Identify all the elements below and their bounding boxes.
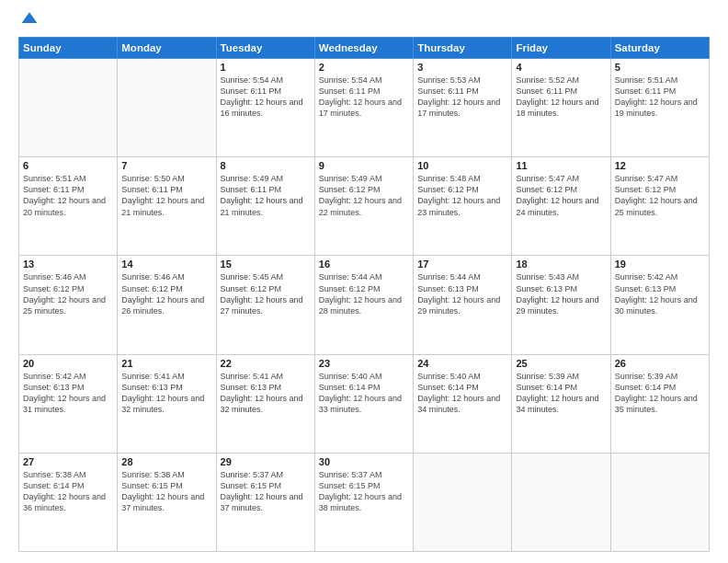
calendar-week-row: 27Sunrise: 5:38 AMSunset: 6:14 PMDayligh… [19,453,710,551]
calendar-cell: 12Sunrise: 5:47 AMSunset: 6:12 PMDayligh… [610,157,709,256]
day-info: Sunrise: 5:41 AMSunset: 6:13 PMDaylight:… [221,371,311,416]
day-of-week-header: Wednesday [314,38,413,59]
day-number: 19 [615,259,705,270]
day-number: 3 [417,62,507,73]
day-number: 30 [319,456,409,467]
day-info: Sunrise: 5:42 AMSunset: 6:13 PMDaylight:… [23,371,113,416]
day-number: 2 [319,62,409,73]
day-info: Sunrise: 5:48 AMSunset: 6:12 PMDaylight:… [417,173,507,218]
calendar-cell: 30Sunrise: 5:37 AMSunset: 6:15 PMDayligh… [314,453,413,551]
day-info: Sunrise: 5:40 AMSunset: 6:14 PMDaylight:… [319,371,409,416]
day-number: 25 [516,358,606,369]
day-number: 12 [615,160,705,171]
calendar-cell: 3Sunrise: 5:53 AMSunset: 6:11 PMDaylight… [414,59,512,157]
day-number: 29 [221,456,311,467]
day-info: Sunrise: 5:54 AMSunset: 6:11 PMDaylight:… [221,75,311,120]
calendar-cell: 17Sunrise: 5:44 AMSunset: 6:13 PMDayligh… [414,256,512,354]
calendar-week-row: 6Sunrise: 5:51 AMSunset: 6:11 PMDaylight… [19,157,710,256]
day-info: Sunrise: 5:40 AMSunset: 6:14 PMDaylight:… [417,371,507,416]
header [18,15,710,28]
calendar-table: SundayMondayTuesdayWednesdayThursdayFrid… [18,37,710,552]
calendar-cell: 25Sunrise: 5:39 AMSunset: 6:14 PMDayligh… [512,354,610,453]
day-of-week-header: Monday [118,38,216,59]
day-number: 4 [516,62,606,73]
day-info: Sunrise: 5:44 AMSunset: 6:13 PMDaylight:… [417,271,507,316]
svg-marker-0 [22,12,38,23]
calendar-cell: 21Sunrise: 5:41 AMSunset: 6:13 PMDayligh… [118,354,216,453]
calendar-cell: 29Sunrise: 5:37 AMSunset: 6:15 PMDayligh… [216,453,314,551]
calendar-cell: 14Sunrise: 5:46 AMSunset: 6:12 PMDayligh… [118,256,216,354]
day-of-week-header: Saturday [610,38,709,59]
day-info: Sunrise: 5:39 AMSunset: 6:14 PMDaylight:… [516,371,606,416]
day-info: Sunrise: 5:46 AMSunset: 6:12 PMDaylight:… [23,271,113,316]
calendar-cell: 24Sunrise: 5:40 AMSunset: 6:14 PMDayligh… [414,354,512,453]
day-info: Sunrise: 5:44 AMSunset: 6:12 PMDaylight:… [319,271,409,316]
calendar-cell: 23Sunrise: 5:40 AMSunset: 6:14 PMDayligh… [314,354,413,453]
calendar-cell: 8Sunrise: 5:49 AMSunset: 6:11 PMDaylight… [216,157,314,256]
page: SundayMondayTuesdayWednesdayThursdayFrid… [0,0,728,563]
calendar-week-row: 13Sunrise: 5:46 AMSunset: 6:12 PMDayligh… [19,256,710,354]
day-info: Sunrise: 5:51 AMSunset: 6:11 PMDaylight:… [615,75,705,120]
calendar-cell: 26Sunrise: 5:39 AMSunset: 6:14 PMDayligh… [610,354,709,453]
day-number: 10 [417,160,507,171]
day-of-week-header: Friday [512,38,610,59]
day-info: Sunrise: 5:38 AMSunset: 6:14 PMDaylight:… [23,469,113,514]
day-number: 11 [516,160,606,171]
day-number: 1 [221,62,311,73]
day-info: Sunrise: 5:39 AMSunset: 6:14 PMDaylight:… [615,371,705,416]
day-number: 8 [221,160,311,171]
day-number: 24 [417,358,507,369]
calendar-cell: 28Sunrise: 5:38 AMSunset: 6:15 PMDayligh… [118,453,216,551]
day-number: 17 [417,259,507,270]
logo [18,15,39,28]
calendar-cell [414,453,512,551]
day-of-week-header: Tuesday [216,38,314,59]
day-info: Sunrise: 5:49 AMSunset: 6:12 PMDaylight:… [319,173,409,218]
calendar-week-row: 1Sunrise: 5:54 AMSunset: 6:11 PMDaylight… [19,59,710,157]
calendar-cell: 15Sunrise: 5:45 AMSunset: 6:12 PMDayligh… [216,256,314,354]
calendar-cell: 20Sunrise: 5:42 AMSunset: 6:13 PMDayligh… [19,354,118,453]
day-info: Sunrise: 5:53 AMSunset: 6:11 PMDaylight:… [417,75,507,120]
day-info: Sunrise: 5:50 AMSunset: 6:11 PMDaylight:… [121,173,211,218]
day-info: Sunrise: 5:45 AMSunset: 6:12 PMDaylight:… [221,271,311,316]
calendar-cell [610,453,709,551]
calendar-header-row: SundayMondayTuesdayWednesdayThursdayFrid… [19,38,710,59]
calendar-week-row: 20Sunrise: 5:42 AMSunset: 6:13 PMDayligh… [19,354,710,453]
day-number: 14 [121,259,211,270]
calendar-cell: 2Sunrise: 5:54 AMSunset: 6:11 PMDaylight… [314,59,413,157]
day-info: Sunrise: 5:54 AMSunset: 6:11 PMDaylight:… [319,75,409,120]
day-info: Sunrise: 5:43 AMSunset: 6:13 PMDaylight:… [516,271,606,316]
day-info: Sunrise: 5:42 AMSunset: 6:13 PMDaylight:… [615,271,705,316]
calendar-cell: 11Sunrise: 5:47 AMSunset: 6:12 PMDayligh… [512,157,610,256]
calendar-cell [19,59,118,157]
day-of-week-header: Sunday [19,38,118,59]
calendar-cell: 1Sunrise: 5:54 AMSunset: 6:11 PMDaylight… [216,59,314,157]
day-info: Sunrise: 5:41 AMSunset: 6:13 PMDaylight:… [121,371,211,416]
calendar-cell: 10Sunrise: 5:48 AMSunset: 6:12 PMDayligh… [414,157,512,256]
day-info: Sunrise: 5:49 AMSunset: 6:11 PMDaylight:… [221,173,311,218]
calendar-cell: 6Sunrise: 5:51 AMSunset: 6:11 PMDaylight… [19,157,118,256]
day-number: 15 [221,259,311,270]
calendar-cell: 4Sunrise: 5:52 AMSunset: 6:11 PMDaylight… [512,59,610,157]
calendar-cell [512,453,610,551]
day-info: Sunrise: 5:38 AMSunset: 6:15 PMDaylight:… [121,469,211,514]
day-number: 21 [121,358,211,369]
calendar-cell: 7Sunrise: 5:50 AMSunset: 6:11 PMDaylight… [118,157,216,256]
calendar-cell: 5Sunrise: 5:51 AMSunset: 6:11 PMDaylight… [610,59,709,157]
day-of-week-header: Thursday [414,38,512,59]
calendar-cell: 9Sunrise: 5:49 AMSunset: 6:12 PMDaylight… [314,157,413,256]
calendar-cell: 19Sunrise: 5:42 AMSunset: 6:13 PMDayligh… [610,256,709,354]
day-number: 23 [319,358,409,369]
calendar-cell: 18Sunrise: 5:43 AMSunset: 6:13 PMDayligh… [512,256,610,354]
day-number: 18 [516,259,606,270]
day-info: Sunrise: 5:37 AMSunset: 6:15 PMDaylight:… [319,469,409,514]
logo-icon [20,9,39,28]
day-number: 26 [615,358,705,369]
day-number: 9 [319,160,409,171]
day-number: 20 [23,358,113,369]
calendar-cell: 22Sunrise: 5:41 AMSunset: 6:13 PMDayligh… [216,354,314,453]
day-number: 28 [121,456,211,467]
day-info: Sunrise: 5:47 AMSunset: 6:12 PMDaylight:… [615,173,705,218]
day-number: 7 [121,160,211,171]
calendar-cell: 27Sunrise: 5:38 AMSunset: 6:14 PMDayligh… [19,453,118,551]
